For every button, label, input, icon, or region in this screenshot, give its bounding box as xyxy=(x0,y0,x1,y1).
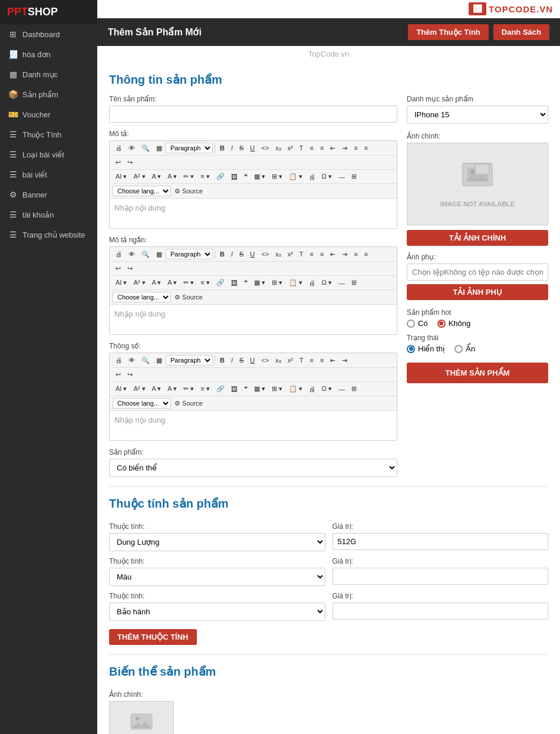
tb3-sub[interactable]: x₂ xyxy=(272,356,284,366)
tb-sub[interactable]: x₂ xyxy=(272,143,284,153)
ten-san-pham-input[interactable] xyxy=(109,106,397,123)
tb3-highlight[interactable]: ✏ ▾ xyxy=(180,384,197,394)
tb3-list-ul[interactable]: ≡ xyxy=(307,356,317,365)
tb-undo[interactable]: ↩ xyxy=(113,157,124,167)
tb2-special[interactable]: Ω ▾ xyxy=(319,278,335,288)
thong-so-content[interactable]: Nhập nội dung xyxy=(110,411,397,440)
an-option[interactable]: Ẩn xyxy=(454,344,475,353)
attr-gia-tri-input-0[interactable] xyxy=(332,533,549,550)
hot-khong-radio[interactable] xyxy=(437,320,446,328)
tb3-font-size[interactable]: A² ▾ xyxy=(130,384,148,394)
tb3-search[interactable]: 🔍 xyxy=(139,356,153,366)
sidebar-item-tai-khoan[interactable]: ☰tài khoản xyxy=(0,205,97,225)
tb3-image[interactable]: 🖼 xyxy=(228,384,241,394)
tb2-code[interactable]: <> xyxy=(258,249,272,259)
tb-sup[interactable]: x² xyxy=(285,143,296,153)
hot-co-option[interactable]: Có xyxy=(407,319,428,328)
anh-phu-input[interactable] xyxy=(407,264,548,281)
them-san-pham-button[interactable]: THÊM SẢN PHẨM xyxy=(407,363,548,383)
tb2-extra[interactable]: ⊞ xyxy=(348,278,360,288)
tb-image[interactable]: 🖼 xyxy=(228,172,241,182)
tb-preview[interactable]: 👁 xyxy=(126,143,138,153)
tb3-sup[interactable]: x² xyxy=(285,356,296,365)
tb-print[interactable]: 🖨 xyxy=(113,143,125,153)
tb2-quote[interactable]: ❝ xyxy=(241,278,251,288)
an-radio[interactable] xyxy=(454,345,463,353)
tb-spell[interactable]: ▦ xyxy=(153,143,165,153)
tb-indent-inc[interactable]: ⇥ xyxy=(339,143,350,153)
tb-strike[interactable]: S xyxy=(236,143,246,153)
tb2-source[interactable]: ⚙ Source xyxy=(172,292,206,302)
tb-hr[interactable]: — xyxy=(335,172,348,182)
tb2-image[interactable]: 🖼 xyxy=(228,278,241,288)
sidebar-item-thuoc-tinh[interactable]: ☰Thuộc Tính xyxy=(0,124,97,144)
tb-source[interactable]: ⚙ Source xyxy=(172,186,206,196)
tb3-embed[interactable]: ⊞ ▾ xyxy=(269,384,285,394)
tb3-redo[interactable]: ↪ xyxy=(124,370,136,380)
tb-font-color[interactable]: A ▾ xyxy=(149,172,164,182)
hot-khong-option[interactable]: Không xyxy=(437,319,471,328)
tb3-source[interactable]: ⚙ Source xyxy=(172,399,206,409)
tb2-indent-inc[interactable]: ⇥ xyxy=(339,249,350,259)
tb3-clear[interactable]: T xyxy=(297,356,307,365)
tb-align-left[interactable]: ≡ xyxy=(351,143,360,153)
add-attribute-button[interactable]: Thêm Thuộc Tính xyxy=(408,24,488,40)
tb2-search[interactable]: 🔍 xyxy=(139,249,153,259)
tb2-font-color[interactable]: A ▾ xyxy=(149,278,164,288)
tb2-embed[interactable]: ⊞ ▾ xyxy=(269,278,285,288)
tb3-preview[interactable]: 👁 xyxy=(126,356,138,365)
tb-font-size[interactable]: A² ▾ xyxy=(130,172,148,182)
tb3-table[interactable]: ▦ ▾ xyxy=(251,384,268,394)
tb3-hr[interactable]: — xyxy=(335,384,348,394)
tai-anh-phu-button[interactable]: TẢI ẢNH PHỤ xyxy=(407,284,548,300)
tb3-undo[interactable]: ↩ xyxy=(113,370,124,380)
tb3-bold[interactable]: B xyxy=(217,356,228,365)
tb2-sub[interactable]: x₂ xyxy=(272,249,284,259)
tb2-spell[interactable]: ▦ xyxy=(153,249,165,259)
tb-redo[interactable]: ↪ xyxy=(124,157,136,167)
attr-thuoc-tinh-select-2[interactable]: Dung LượngMàuBảo hành xyxy=(109,603,325,621)
tb-indent-dec[interactable]: ⇤ xyxy=(327,143,338,153)
tb3-font-color[interactable]: A ▾ xyxy=(149,384,164,394)
tb2-media[interactable]: 📋 ▾ xyxy=(286,278,305,288)
attr-gia-tri-input-1[interactable] xyxy=(332,568,549,585)
tb-ai[interactable]: AI ▾ xyxy=(113,172,130,182)
tb-align-right[interactable]: ≡ xyxy=(361,143,371,153)
tb-font-color2[interactable]: A ▾ xyxy=(164,172,180,182)
tb2-hr[interactable]: — xyxy=(335,278,348,288)
tb2-clear[interactable]: T xyxy=(297,249,307,259)
tb2-print2[interactable]: 🖨 xyxy=(306,278,318,288)
tb3-media[interactable]: 📋 ▾ xyxy=(286,384,305,394)
danh-muc-select[interactable]: IPhone 15 xyxy=(407,106,548,124)
tb3-print2[interactable]: 🖨 xyxy=(306,384,318,394)
tb3-align[interactable]: ≡ ▾ xyxy=(197,384,212,394)
them-thuoc-tinh-button[interactable]: THÊM THUỘC TÍNH xyxy=(109,629,197,645)
tb-code[interactable]: <> xyxy=(258,143,272,153)
tb3-paragraph-select[interactable]: Paragraph xyxy=(166,355,213,366)
tb2-link[interactable]: 🔗 xyxy=(213,278,228,288)
attr-thuoc-tinh-select-1[interactable]: Dung LượngMàuBảo hành xyxy=(109,568,325,586)
tb2-list-ul[interactable]: ≡ xyxy=(307,249,317,259)
tb2-align-left[interactable]: ≡ xyxy=(351,249,360,259)
tb2-lang-select[interactable]: Choose lang... xyxy=(113,292,171,302)
sidebar-item-voucher[interactable]: 🎫Voucher xyxy=(0,104,97,124)
sidebar-item-danh-muc[interactable]: ▦Danh mục xyxy=(0,64,97,84)
tb3-indent-dec[interactable]: ⇤ xyxy=(327,356,338,366)
tb-highlight[interactable]: ✏ ▾ xyxy=(180,172,197,182)
tb2-preview[interactable]: 👁 xyxy=(126,249,138,259)
tb2-table[interactable]: ▦ ▾ xyxy=(251,278,268,288)
tb3-indent-inc[interactable]: ⇥ xyxy=(339,356,350,366)
tb-quote[interactable]: ❝ xyxy=(241,172,251,182)
tb2-paragraph-select[interactable]: Paragraph xyxy=(166,249,213,259)
tb-search[interactable]: 🔍 xyxy=(139,143,153,153)
tb-link[interactable]: 🔗 xyxy=(213,172,228,182)
sidebar-item-san-pham[interactable]: 📦Sản phẩm xyxy=(0,84,97,104)
tb3-underline[interactable]: U xyxy=(247,356,258,365)
tb2-strike[interactable]: S xyxy=(236,249,246,259)
tb2-undo[interactable]: ↩ xyxy=(113,264,124,274)
tb-extra[interactable]: ⊞ xyxy=(348,172,360,182)
attr-thuoc-tinh-select-0[interactable]: Dung LượngMàuBảo hành xyxy=(109,533,325,551)
tb2-ai[interactable]: AI ▾ xyxy=(113,278,130,288)
tb3-font-color2[interactable]: A ▾ xyxy=(164,384,180,394)
tb2-highlight[interactable]: ✏ ▾ xyxy=(180,278,197,288)
